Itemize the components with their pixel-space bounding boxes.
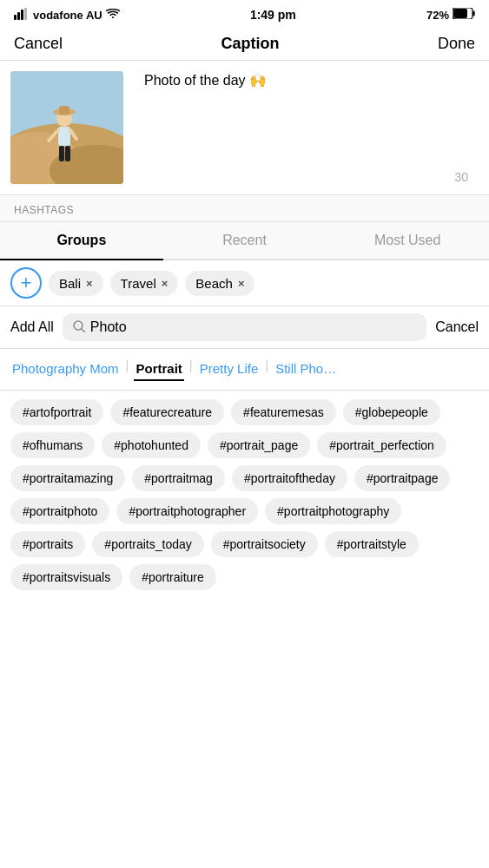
tab-separator-1: | [126,358,129,381]
group-tab-portrait[interactable]: Portrait [134,358,183,381]
search-box [63,313,426,341]
hashtag-pill[interactable]: #portraitsvisuals [10,564,122,590]
group-tab-photography-mom[interactable]: Photography Mom [10,358,121,381]
group-tab-still-photo[interactable]: Still Pho… [274,358,338,381]
svg-rect-2 [21,10,23,20]
hashtag-pill[interactable]: #portrait_page [208,432,310,458]
time-display: 1:49 pm [250,8,296,22]
hashtag-pill[interactable]: #globepeople [343,399,440,425]
chip-label: Travel [121,276,156,291]
signal-icon [14,8,30,23]
chips-row: + Bali × Travel × Beach × [0,260,489,306]
svg-rect-12 [58,127,70,146]
hashtag-pill[interactable]: #portraitmag [132,465,225,491]
svg-rect-18 [59,106,69,115]
cancel-button[interactable]: Cancel [14,35,63,53]
hashtag-pill[interactable]: #portraiture [129,564,216,590]
search-cancel-button[interactable]: Cancel [435,319,479,335]
svg-line-20 [82,329,85,332]
page-title: Caption [221,35,280,53]
search-input[interactable] [90,319,416,335]
hashtag-pill[interactable]: #portraitstyle [325,531,419,557]
wifi-icon [106,9,120,22]
battery-area: 72% [426,8,475,22]
chip-beach[interactable]: Beach × [185,271,254,296]
tab-most-used[interactable]: Most Used [326,222,489,260]
caption-char-count: 30 [454,170,468,184]
chip-label: Beach [195,276,233,291]
hashtag-pill[interactable]: #portraitamazing [10,465,125,491]
svg-rect-15 [59,146,64,161]
tab-separator-2: | [189,358,193,381]
chip-remove-bali[interactable]: × [86,277,93,290]
status-bar: vodafone AU 1:49 pm 72% [0,0,489,28]
photo-thumbnail [10,71,123,184]
svg-rect-6 [472,11,475,16]
battery-percent: 72% [426,9,449,22]
add-group-button[interactable]: + [10,267,42,299]
hashtags-section-label: HASHTAGS [0,195,489,222]
chip-remove-beach[interactable]: × [238,277,245,290]
hashtag-pill[interactable]: #portraits_today [92,531,203,557]
hashtag-pill[interactable]: #artofportrait [10,399,103,425]
hashtag-pill[interactable]: #featurecreature [110,399,224,425]
hashtag-pill[interactable]: #photohunted [102,432,201,458]
nav-bar: Cancel Caption Done [0,28,489,61]
hashtag-grid: #artofportrait#featurecreature#featureme… [0,391,489,599]
hashtag-pill[interactable]: #portraitphotographer [116,498,258,524]
svg-rect-5 [453,9,467,18]
carrier-label: vodafone AU [33,9,102,22]
svg-rect-16 [65,146,70,161]
tab-separator-3: | [265,358,268,381]
hashtag-pill[interactable]: #portraitsociety [211,531,318,557]
caption-area: Photo of the day 🙌 30 [0,61,489,195]
done-button[interactable]: Done [438,35,475,53]
hashtag-pill[interactable]: #portraits [10,531,85,557]
carrier-wifi: vodafone AU [14,8,120,23]
hashtag-pill[interactable]: #portraitpage [354,465,451,491]
caption-text[interactable]: Photo of the day 🙌 [134,71,468,170]
svg-rect-3 [24,8,27,20]
svg-rect-0 [14,15,17,20]
tab-groups[interactable]: Groups [0,222,163,260]
add-all-button[interactable]: Add All [10,319,54,335]
search-row: Add All Cancel [0,306,489,349]
hashtag-tabs: Groups Recent Most Used [0,222,489,260]
hashtag-pill[interactable]: #portraitphotography [265,498,401,524]
group-tab-pretty-life[interactable]: Pretty Life [198,358,261,381]
hashtag-pill[interactable]: #featuremesas [231,399,336,425]
chip-label: Bali [59,276,81,291]
hashtag-pill[interactable]: #ofhumans [10,432,95,458]
search-icon [73,320,85,335]
svg-rect-1 [17,12,20,20]
hashtag-pill[interactable]: #portrait_perfection [317,432,446,458]
chip-bali[interactable]: Bali × [49,271,103,296]
hashtag-pill[interactable]: #portraitoftheday [232,465,347,491]
chip-travel[interactable]: Travel × [110,271,179,296]
chip-remove-travel[interactable]: × [162,277,169,290]
battery-icon [453,8,475,22]
hashtag-pill[interactable]: #portraitphoto [10,498,109,524]
group-tabs-row: Photography Mom | Portrait | Pretty Life… [0,349,489,391]
tab-recent[interactable]: Recent [163,222,327,260]
